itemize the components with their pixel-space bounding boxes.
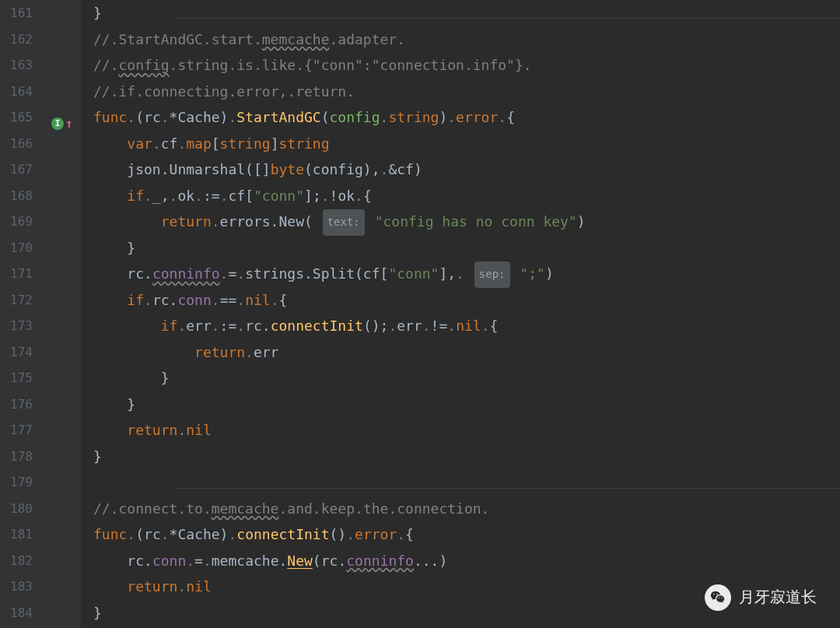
code-line[interactable]: json.Unmarshal([]byte(config),.&cf) xyxy=(93,156,828,183)
vcs-change-marker: I ↑ xyxy=(51,111,73,137)
line-number: 171 xyxy=(0,261,47,287)
line-number: 174 xyxy=(0,339,47,366)
gutter-markers: I ↑ xyxy=(47,0,81,628)
code-line[interactable]: if.err.:=.rc.connectInit();.err.!=.nil.{ xyxy=(93,313,828,339)
code-line[interactable]: return.nil xyxy=(93,417,828,444)
line-number: 172 xyxy=(0,287,47,314)
method-separator xyxy=(174,18,840,19)
code-line[interactable]: func.(rc.*Cache).StartAndGC(config.strin… xyxy=(93,104,828,131)
line-number: 179 xyxy=(0,469,47,496)
code-line[interactable]: //.if.connecting.error,.return. xyxy=(93,79,828,105)
code-line[interactable]: } xyxy=(93,235,828,261)
code-line[interactable]: } xyxy=(93,0,828,26)
line-number: 175 xyxy=(0,365,47,391)
info-badge-icon: I xyxy=(51,118,64,130)
code-line[interactable]: } xyxy=(93,365,828,391)
line-number: 181 xyxy=(0,521,47,548)
line-number: 164 xyxy=(0,79,47,105)
code-line[interactable]: rc.conn.=.memcache.New(rc.conninfo...) xyxy=(93,548,828,574)
code-line[interactable]: return.errors.New( text: "config has no … xyxy=(93,209,828,235)
wechat-icon xyxy=(705,584,731,611)
line-number: 162 xyxy=(0,26,47,53)
code-area[interactable]: } //.StartAndGC.start.memcache.adapter. … xyxy=(81,0,840,628)
code-line[interactable]: if.rc.conn.==.nil.{ xyxy=(93,287,828,314)
arrow-up-icon: ↑ xyxy=(65,111,73,137)
code-line[interactable]: rc.conninfo.=.strings.Split(cf["conn"],.… xyxy=(93,261,828,287)
line-number-gutter: 1611621631641651661671681691701711721731… xyxy=(0,0,47,628)
line-number: 166 xyxy=(0,131,47,157)
code-line[interactable]: if._,.ok.:=.cf["conn"];.!ok.{ xyxy=(93,183,828,209)
code-line[interactable]: //.StartAndGC.start.memcache.adapter. xyxy=(93,26,828,53)
code-editor[interactable]: 1611621631641651661671681691701711721731… xyxy=(0,0,840,628)
watermark: 月牙寂道长 xyxy=(705,584,817,611)
line-number: 176 xyxy=(0,391,47,418)
line-number: 167 xyxy=(0,156,47,183)
code-line[interactable] xyxy=(93,469,828,496)
code-line[interactable]: } xyxy=(93,444,828,470)
code-line[interactable]: //.config.string.is.like.{"conn":"connec… xyxy=(93,52,828,79)
method-separator xyxy=(174,488,840,489)
code-line[interactable]: } xyxy=(93,391,828,418)
code-line[interactable]: func.(rc.*Cache).connectInit().error.{ xyxy=(93,521,828,548)
line-number: 177 xyxy=(0,417,47,444)
code-line[interactable]: //.connect.to.memcache.and.keep.the.conn… xyxy=(93,496,828,522)
line-number: 170 xyxy=(0,235,47,261)
watermark-text: 月牙寂道长 xyxy=(739,584,817,611)
line-number: 182 xyxy=(0,548,47,574)
line-number: 163 xyxy=(0,52,47,79)
line-number: 165 xyxy=(0,104,47,131)
param-hint-sep: sep: xyxy=(474,261,510,288)
line-number: 168 xyxy=(0,183,47,209)
line-number: 173 xyxy=(0,313,47,339)
line-number: 161 xyxy=(0,0,47,26)
code-line[interactable]: return.err xyxy=(93,339,828,366)
line-number: 184 xyxy=(0,600,47,626)
param-hint-text: text: xyxy=(323,209,365,236)
line-number: 180 xyxy=(0,496,47,522)
line-number: 178 xyxy=(0,444,47,470)
line-number: 183 xyxy=(0,574,47,600)
line-number: 169 xyxy=(0,209,47,235)
code-line[interactable]: var.cf.map[string]string xyxy=(93,131,828,157)
